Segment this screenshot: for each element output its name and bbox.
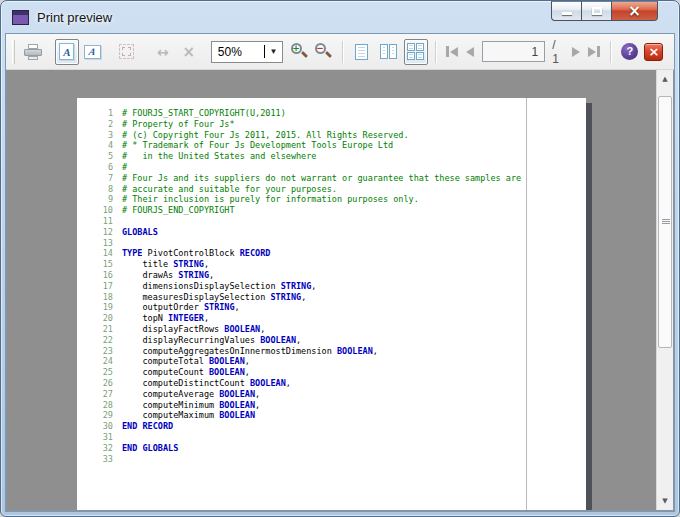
source-text: displayFactRows BOOLEAN, xyxy=(122,324,265,334)
page-margins-button[interactable] xyxy=(115,39,139,65)
source-text: # xyxy=(122,162,127,172)
zoom-combobox[interactable]: 50% ▼ xyxy=(211,41,283,63)
landscape-page-icon: A xyxy=(84,45,101,59)
last-page-icon xyxy=(588,47,596,57)
multi-page-view-button[interactable] xyxy=(404,39,428,65)
source-text: measuresDisplaySelection STRING, xyxy=(122,292,306,302)
line-number: 30 xyxy=(77,421,113,432)
line-number: 26 xyxy=(77,378,113,389)
line-number: 28 xyxy=(77,400,113,411)
code-line: 4# * Trademark of Four Js Development To… xyxy=(77,140,574,151)
fit-width-button[interactable]: ↔ xyxy=(151,39,175,65)
code-line: 5# in the United States and elsewhere xyxy=(77,151,574,162)
line-number: 29 xyxy=(77,410,113,421)
code-line: 13 xyxy=(77,238,574,249)
one-page-view-button[interactable] xyxy=(350,39,374,65)
landscape-orientation-button[interactable]: A xyxy=(81,39,105,65)
line-number: 4 xyxy=(77,140,113,151)
source-text: computeAverage BOOLEAN, xyxy=(122,389,260,399)
vertical-scrollbar[interactable]: ▲ ▼ xyxy=(656,70,673,510)
scrollbar-thumb[interactable] xyxy=(658,96,672,348)
help-button[interactable]: ? xyxy=(618,39,642,65)
source-text: computeTotal BOOLEAN, xyxy=(122,356,250,366)
margins-icon xyxy=(119,44,134,59)
last-page-button[interactable] xyxy=(585,39,603,65)
fit-page-button[interactable]: × xyxy=(177,39,201,65)
code-line: 23 computeAggregatesOnInnermostDimension… xyxy=(77,346,574,357)
line-number: 5 xyxy=(77,151,113,162)
source-text: computeMinimum BOOLEAN, xyxy=(122,400,260,410)
source-text: # * Trademark of Four Js Development Too… xyxy=(122,140,393,150)
line-number: 17 xyxy=(77,281,113,292)
line-number: 13 xyxy=(77,238,113,249)
code-line: 2# Property of Four Js* xyxy=(77,119,574,130)
line-number: 15 xyxy=(77,259,113,270)
print-preview-window: Print preview × A A ↔ × xyxy=(0,0,680,517)
code-line: 20 topN INTEGER, xyxy=(77,313,574,324)
code-line: 17 dimensionsDisplaySelection STRING, xyxy=(77,281,574,292)
source-text: # in the United States and elsewhere xyxy=(122,151,316,161)
source-text: # Their inclusion is purely for informat… xyxy=(122,194,419,204)
source-text: # Four Js and its suppliers do not warra… xyxy=(122,173,521,183)
zoom-in-button[interactable]: + xyxy=(287,39,311,65)
line-number: 25 xyxy=(77,367,113,378)
two-page-view-button[interactable] xyxy=(377,39,401,65)
line-number: 33 xyxy=(77,454,113,465)
code-line: 15 title STRING, xyxy=(77,259,574,270)
window-close-button[interactable]: × xyxy=(611,1,658,21)
separator xyxy=(342,41,343,63)
next-page-button[interactable] xyxy=(567,39,585,65)
minimize-button[interactable] xyxy=(551,1,581,21)
fit-page-icon: × xyxy=(183,43,196,61)
portrait-orientation-button[interactable]: A xyxy=(55,39,79,65)
scroll-up-icon[interactable]: ▲ xyxy=(657,71,673,87)
app-window-icon xyxy=(12,10,29,25)
zoom-value[interactable]: 50% xyxy=(212,45,263,59)
client-area: A A ↔ × 50% ▼ + − xyxy=(5,33,675,512)
line-number: 16 xyxy=(77,270,113,281)
code-line: 29 computeMaximum BOOLEAN xyxy=(77,410,574,421)
maximize-button[interactable] xyxy=(581,1,611,21)
chevron-down-icon[interactable]: ▼ xyxy=(265,42,282,62)
line-number: 24 xyxy=(77,356,113,367)
triangle-left-icon xyxy=(450,47,458,57)
close-preview-button[interactable]: × xyxy=(642,39,666,65)
source-text: topN INTEGER, xyxy=(122,313,209,323)
source-text: # (c) Copyright Four Js 2011, 2015. All … xyxy=(122,130,409,140)
line-number: 19 xyxy=(77,302,113,313)
previous-page-button[interactable] xyxy=(461,39,479,65)
close-preview-icon: × xyxy=(644,43,663,61)
bar-icon xyxy=(597,46,600,57)
code-line: 16 drawAs STRING, xyxy=(77,270,574,281)
source-text: # Property of Four Js* xyxy=(122,119,235,129)
source-text: END GLOBALS xyxy=(122,443,178,453)
code-line: 21 displayFactRows BOOLEAN, xyxy=(77,324,574,335)
scroll-down-icon[interactable]: ▼ xyxy=(657,493,673,509)
fit-width-icon: ↔ xyxy=(157,44,169,60)
page-total-label: / 1 xyxy=(552,38,563,66)
toolbar-grip xyxy=(12,40,15,64)
code-line: 14TYPE PivotControlBlock RECORD xyxy=(77,248,574,259)
next-page-icon xyxy=(572,47,580,57)
code-line: 3# (c) Copyright Four Js 2011, 2015. All… xyxy=(77,130,574,141)
document-page: 1# FOURJS_START_COPYRIGHT(U,2011)2# Prop… xyxy=(77,98,586,511)
zoom-out-button[interactable]: − xyxy=(311,39,335,65)
print-button[interactable] xyxy=(21,39,45,65)
page-number-input[interactable]: 1 xyxy=(482,41,546,62)
source-text: computeDistinctCount BOOLEAN, xyxy=(122,378,291,388)
source-text: outputOrder STRING, xyxy=(122,302,240,312)
code-line: 25 computeCount BOOLEAN, xyxy=(77,367,574,378)
source-text: TYPE PivotControlBlock RECORD xyxy=(122,248,270,258)
line-number: 32 xyxy=(77,443,113,454)
scrollbar-grip-icon xyxy=(662,219,670,225)
source-text: dimensionsDisplaySelection STRING, xyxy=(122,281,316,291)
line-number: 20 xyxy=(77,313,113,324)
line-number: 18 xyxy=(77,292,113,303)
first-page-button[interactable] xyxy=(443,39,461,65)
minimize-icon xyxy=(562,12,572,15)
source-text: displayRecurringValues BOOLEAN, xyxy=(122,335,301,345)
code-line: 31 xyxy=(77,432,574,443)
line-number: 31 xyxy=(77,432,113,443)
code-line: 22 displayRecurringValues BOOLEAN, xyxy=(77,335,574,346)
line-number: 2 xyxy=(77,119,113,130)
